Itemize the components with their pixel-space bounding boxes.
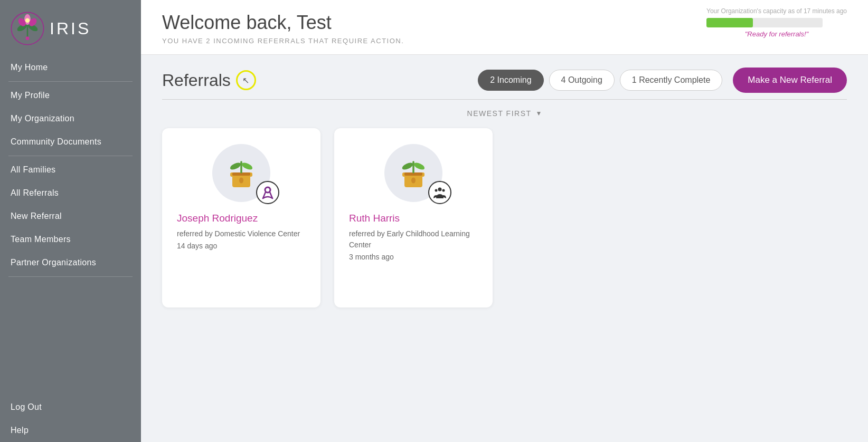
cursor-indicator: ↖ [236, 70, 256, 90]
card-icon-area-1 [349, 144, 478, 202]
svg-point-22 [413, 161, 426, 171]
org-badge-0 [256, 181, 279, 204]
card-name-1: Ruth Harris [349, 213, 400, 224]
sidebar-item-docs[interactable]: Community Documents [0, 130, 141, 153]
svg-point-24 [438, 188, 442, 191]
divider-1 [8, 81, 133, 82]
tab-group: 2 Incoming 4 Outgoing 1 Recently Complet… [478, 68, 847, 93]
card-referred-1: referred by Early Childhood Learning Cen… [349, 228, 478, 251]
card-time-0: 14 days ago [177, 242, 217, 250]
svg-point-7 [25, 18, 30, 23]
sort-label: NEWEST FIRST [467, 109, 532, 118]
section-divider [162, 99, 847, 100]
svg-point-14 [241, 161, 253, 171]
ribbon-icon [260, 185, 276, 200]
people-icon [432, 185, 448, 200]
sidebar-item-all-referrals[interactable]: All Referrals [0, 181, 141, 205]
divider-3 [8, 276, 133, 277]
main-content: Welcome back, Test YOU HAVE 2 INCOMING R… [141, 0, 868, 442]
referral-card-1[interactable]: Ruth Harris referred by Early Childhood … [334, 128, 493, 308]
sidebar-item-partners[interactable]: Partner Organizations [0, 251, 141, 274]
sidebar-item-team[interactable]: Team Members [0, 228, 141, 251]
sort-bar: NEWEST FIRST ▼ [162, 109, 847, 118]
tab-outgoing[interactable]: 4 Outgoing [549, 70, 615, 91]
card-referred-0: referred by Domestic Violence Center [177, 228, 300, 239]
sidebar-item-new-referral[interactable]: New Referral [0, 205, 141, 228]
svg-point-21 [401, 161, 414, 171]
referrals-section: Referrals ↖ 2 Incoming 4 Outgoing 1 Rece… [141, 55, 868, 320]
tab-incoming[interactable]: 2 Incoming [478, 70, 543, 91]
sidebar-item-home[interactable]: My Home [0, 56, 141, 79]
svg-point-26 [442, 189, 445, 192]
card-name-0: Joseph Rodriguez [177, 213, 258, 224]
logo-area: IRIS [0, 0, 141, 56]
logo-text: IRIS [50, 19, 91, 39]
divider-2 [8, 156, 133, 156]
sort-dropdown-arrow-icon[interactable]: ▼ [536, 110, 542, 117]
subtitle: YOU HAVE 2 INCOMING REFERRALS THAT REQUI… [162, 37, 847, 45]
cursor-arrow-icon: ↖ [242, 75, 249, 85]
org-badge-1 [428, 181, 451, 204]
capacity-status: "Ready for referrals!" [706, 30, 847, 38]
sidebar: IRIS My Home My Profile My Organization … [0, 0, 141, 442]
capacity-bar-fill [706, 18, 753, 27]
svg-point-8 [26, 36, 30, 40]
sidebar-item-org[interactable]: My Organization [0, 107, 141, 130]
sidebar-item-families[interactable]: All Families [0, 158, 141, 181]
referral-card-0[interactable]: Joseph Rodriguez referred by Domestic Vi… [162, 128, 320, 308]
sidebar-item-logout[interactable]: Log Out [0, 396, 141, 419]
header: Welcome back, Test YOU HAVE 2 INCOMING R… [141, 0, 868, 55]
plant-icon-1 [395, 155, 432, 191]
referrals-title: Referrals [162, 71, 231, 90]
svg-point-15 [239, 178, 243, 184]
capacity-label: Your Organization's capacity as of 17 mi… [706, 7, 847, 15]
referrals-header: Referrals ↖ 2 Incoming 4 Outgoing 1 Rece… [162, 68, 847, 93]
tab-recently-complete[interactable]: 1 Recently Complete [620, 70, 723, 91]
capacity-area: Your Organization's capacity as of 17 mi… [706, 7, 847, 38]
sidebar-item-help[interactable]: Help [0, 419, 141, 442]
make-new-referral-button[interactable]: Make a New Referral [733, 68, 847, 93]
cards-row: Joseph Rodriguez referred by Domestic Vi… [162, 128, 847, 308]
svg-point-23 [411, 178, 416, 184]
capacity-bar [706, 18, 823, 27]
svg-point-25 [435, 189, 438, 192]
svg-point-13 [229, 161, 242, 171]
logo-icon [10, 11, 45, 46]
sidebar-item-profile[interactable]: My Profile [0, 84, 141, 107]
card-time-1: 3 months ago [349, 253, 394, 261]
plant-icon-0 [223, 155, 260, 191]
card-icon-area-0 [177, 144, 306, 202]
